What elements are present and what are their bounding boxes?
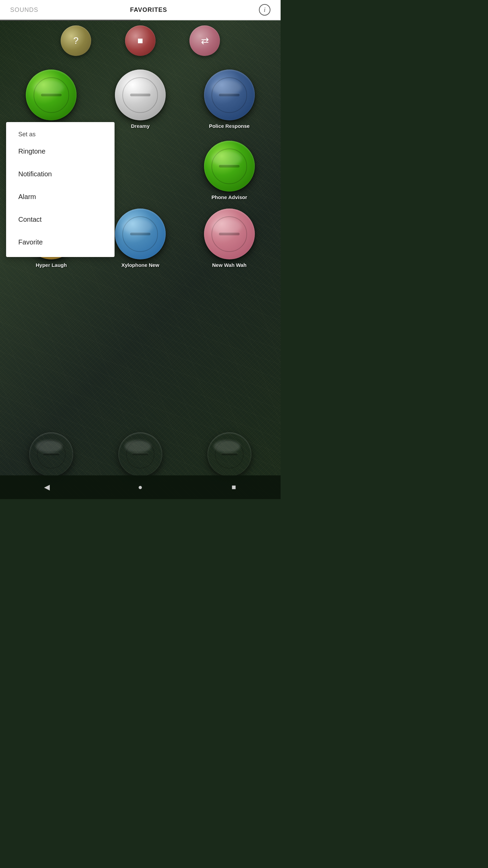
back-icon: ◀	[44, 483, 50, 492]
stop-button[interactable]: ■	[125, 25, 156, 56]
home-button[interactable]: ●	[130, 477, 150, 497]
tab-indicator	[0, 20, 140, 21]
back-button[interactable]: ◀	[37, 477, 57, 497]
sound-item-police-response[interactable]: Police Response	[185, 66, 274, 134]
sound-btn-police-response[interactable]	[204, 70, 255, 120]
bottom-nav: ◀ ● ■	[0, 475, 281, 499]
sound-label-police-response: Police Response	[209, 123, 250, 129]
bottom-sound-2[interactable]	[96, 429, 185, 476]
home-icon: ●	[138, 483, 142, 492]
menu-item-favorite[interactable]: Favorite	[6, 231, 115, 254]
question-icon: ?	[73, 35, 79, 46]
sound-label-new-wah-wah: New Wah Wah	[212, 262, 246, 268]
sound-label-phone-advisor: Phone Advisor	[211, 194, 247, 200]
context-menu-header: Set as	[6, 125, 115, 140]
tab-favorites[interactable]: FAVORITES	[130, 6, 167, 14]
sound-label-dreamy: Dreamy	[131, 123, 149, 129]
bottom-btn-1[interactable]	[29, 432, 73, 476]
question-button[interactable]: ?	[61, 25, 91, 56]
bottom-btn-3[interactable]	[207, 432, 251, 476]
sound-btn-new-wah-wah[interactable]	[204, 209, 255, 259]
sound-item-phone-advisor[interactable]: Phone Advisor	[185, 137, 274, 202]
menu-icon: ■	[231, 483, 236, 492]
menu-item-ringtone[interactable]: Ringtone	[6, 140, 115, 163]
tab-sounds[interactable]: SOUNDS	[10, 6, 38, 14]
menu-button[interactable]: ■	[224, 477, 244, 497]
bottom-sound-3[interactable]	[185, 429, 274, 476]
sound-item-new-wah-wah[interactable]: New Wah Wah	[185, 205, 274, 270]
info-button[interactable]: i	[259, 4, 270, 16]
menu-item-notification[interactable]: Notification	[6, 163, 115, 185]
menu-item-contact[interactable]: Contact	[6, 208, 115, 231]
context-menu: Set as Ringtone Notification Alarm Conta…	[6, 122, 115, 257]
repeat-button[interactable]: ⇄	[189, 25, 220, 56]
app-header: SOUNDS FAVORITES i	[0, 0, 281, 20]
sound-label-hyper-laugh: Hyper Laugh	[36, 262, 67, 268]
sound-btn-dreamy[interactable]	[115, 70, 166, 120]
sound-btn-xylophone-new[interactable]	[115, 209, 166, 259]
bottom-sound-row	[0, 429, 281, 476]
sound-btn-phone-advisor[interactable]	[204, 141, 255, 192]
sound-label-xylophone-new: Xylophone New	[121, 262, 159, 268]
bottom-btn-2[interactable]	[118, 432, 162, 476]
repeat-icon: ⇄	[201, 35, 209, 46]
control-buttons: ? ■ ⇄	[0, 25, 281, 56]
sound-btn-dumb-ringtone[interactable]	[26, 70, 77, 120]
bottom-sound-1[interactable]	[7, 429, 96, 476]
menu-item-alarm[interactable]: Alarm	[6, 185, 115, 208]
stop-icon: ■	[138, 35, 143, 46]
